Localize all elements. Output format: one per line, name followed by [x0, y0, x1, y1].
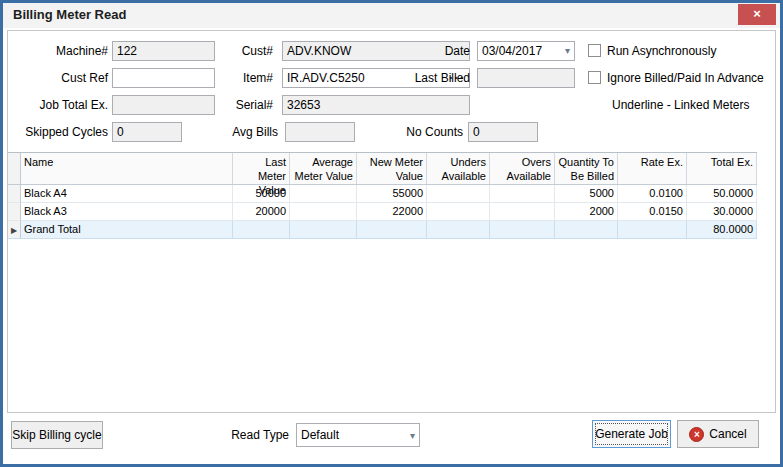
cell-last-meter: [233, 221, 290, 239]
row-selector[interactable]: [8, 203, 21, 221]
billing-meter-read-dialog: Billing Meter Read × Machine# Cust# Date…: [0, 0, 783, 467]
cell-overs[interactable]: [490, 203, 555, 221]
linked-meters-note: Underline - Linked Meters: [612, 95, 749, 115]
col-header-new-meter[interactable]: New MeterValue: [357, 153, 427, 184]
table-row[interactable]: Black A3 20000 22000 2000 0.0150 30.0000: [8, 203, 757, 221]
close-icon: ×: [753, 6, 761, 21]
cell-last-meter[interactable]: 50000: [233, 185, 290, 203]
cell-name: Grand Total: [21, 221, 233, 239]
current-row-indicator-icon: ▶: [11, 226, 17, 235]
dialog-title: Billing Meter Read: [13, 7, 126, 22]
cell-quantity: [555, 221, 618, 239]
date-picker[interactable]: 03/04/2017 ▾: [477, 41, 575, 61]
grid-header-row: Name Last MeterValue AverageMeter Value …: [8, 152, 757, 185]
col-header-unders[interactable]: UndersAvailable: [427, 153, 490, 184]
col-header-overs[interactable]: OversAvailable: [490, 153, 555, 184]
cancel-button[interactable]: × Cancel: [677, 420, 759, 448]
skip-billing-cycle-button[interactable]: Skip Billing cycle: [11, 421, 103, 449]
serial-label: Serial#: [173, 95, 273, 115]
col-header-total[interactable]: Total Ex.: [687, 153, 757, 184]
serial-field[interactable]: [282, 95, 470, 115]
cell-quantity[interactable]: 5000: [555, 185, 618, 203]
cell-overs: [490, 221, 555, 239]
col-header-name[interactable]: Name: [21, 153, 233, 184]
cell-unders: [427, 221, 490, 239]
cancel-x-icon: ×: [689, 427, 704, 442]
cell-rate: [618, 221, 687, 239]
read-type-value: Default: [301, 428, 408, 442]
cust-label: Cust#: [173, 41, 273, 61]
generate-job-button[interactable]: Generate Job: [592, 420, 671, 448]
read-type-label: Read Type: [189, 423, 289, 447]
row-selector[interactable]: ▶: [8, 221, 21, 239]
avg-bills-field[interactable]: [285, 122, 355, 142]
cell-new-meter[interactable]: 22000: [357, 203, 427, 221]
cell-name[interactable]: Black A3: [21, 203, 233, 221]
date-label: Date: [370, 41, 470, 61]
grand-total-row[interactable]: ▶ Grand Total 80.0000: [8, 221, 757, 239]
col-header-average-meter[interactable]: AverageMeter Value: [290, 153, 357, 184]
title-bar: Billing Meter Read ×: [3, 3, 780, 28]
ignore-billed-label: Ignore Billed/Paid In Advance: [607, 68, 764, 88]
item-label: Item#: [173, 68, 273, 88]
machine-label: Machine#: [8, 41, 108, 61]
table-row[interactable]: Black A4 50000 55000 5000 0.0100 50.0000: [8, 185, 757, 203]
cell-total[interactable]: 50.0000: [687, 185, 757, 203]
job-total-label: Job Total Ex.: [8, 95, 108, 115]
read-type-select[interactable]: Default ▾: [296, 423, 420, 447]
cell-average-meter[interactable]: [290, 185, 357, 203]
run-async-label: Run Asynchronously: [607, 41, 716, 61]
cell-new-meter: [357, 221, 427, 239]
date-value: 03/04/2017: [482, 42, 563, 60]
cell-rate[interactable]: 0.0100: [618, 185, 687, 203]
cell-average-meter: [290, 221, 357, 239]
header-selector-cell: [8, 153, 21, 184]
avg-bills-label: Avg Bills: [178, 122, 278, 142]
col-header-quantity[interactable]: Quantity ToBe Billed: [555, 153, 618, 184]
cell-total: 80.0000: [687, 221, 757, 239]
cancel-label: Cancel: [709, 427, 746, 441]
no-counts-label: No Counts: [363, 122, 463, 142]
last-billed-label: Last Billed: [370, 68, 470, 88]
cell-last-meter[interactable]: 20000: [233, 203, 290, 221]
cell-unders[interactable]: [427, 185, 490, 203]
meters-grid: Name Last MeterValue AverageMeter Value …: [8, 152, 757, 239]
col-header-last-meter[interactable]: Last MeterValue: [233, 153, 290, 184]
close-button[interactable]: ×: [738, 4, 776, 25]
chevron-down-icon[interactable]: ▾: [408, 430, 415, 441]
col-header-rate[interactable]: Rate Ex.: [618, 153, 687, 184]
cust-ref-label: Cust Ref: [8, 68, 108, 88]
last-billed-field[interactable]: [477, 68, 575, 88]
cell-total[interactable]: 30.0000: [687, 203, 757, 221]
no-counts-field[interactable]: [468, 122, 538, 142]
chevron-down-icon[interactable]: ▾: [563, 42, 570, 60]
cell-quantity[interactable]: 2000: [555, 203, 618, 221]
row-selector[interactable]: [8, 185, 21, 203]
skipped-cycles-field[interactable]: [112, 122, 182, 142]
run-async-checkbox[interactable]: [588, 44, 601, 57]
skipped-cycles-label: Skipped Cycles: [8, 122, 108, 142]
cell-unders[interactable]: [427, 203, 490, 221]
ignore-billed-checkbox[interactable]: [588, 71, 601, 84]
cell-rate[interactable]: 0.0150: [618, 203, 687, 221]
cell-average-meter[interactable]: [290, 203, 357, 221]
main-panel: Machine# Cust# Date 03/04/2017 ▾ Run Asy…: [7, 30, 776, 413]
cell-name[interactable]: Black A4: [21, 185, 233, 203]
cell-new-meter[interactable]: 55000: [357, 185, 427, 203]
cell-overs[interactable]: [490, 185, 555, 203]
